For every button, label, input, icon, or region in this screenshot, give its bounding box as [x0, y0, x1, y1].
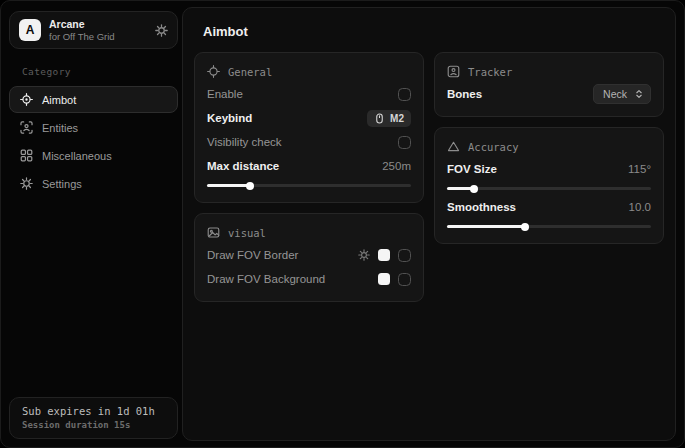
person-frame-icon — [447, 65, 460, 78]
fov-border-color-swatch[interactable] — [378, 249, 390, 261]
card-header-label: Accuracy — [468, 141, 519, 153]
card-grid: General Enable Keybind — [194, 52, 664, 302]
bones-label: Bones — [447, 88, 482, 100]
subscription-card: Sub expires in 1d 01h Session duration 1… — [9, 397, 178, 439]
grid-icon — [20, 149, 33, 162]
sidebar-item-miscellaneous[interactable]: Miscellaneous — [9, 142, 178, 169]
draw-fov-border-row: Draw FOV Border — [207, 244, 411, 266]
fov-size-row: FOV Size 115° — [447, 158, 651, 180]
max-distance-slider[interactable] — [207, 184, 411, 187]
session-duration: Session duration 15s — [22, 420, 165, 430]
page-title: Aimbot — [203, 24, 664, 39]
draw-fov-border-checkbox[interactable] — [398, 249, 411, 262]
sidebar-item-settings[interactable]: Settings — [9, 170, 178, 197]
sidebar-item-entities[interactable]: Entities — [9, 114, 178, 141]
left-column: General Enable Keybind — [194, 52, 424, 302]
sidebar-item-aimbot[interactable]: Aimbot — [9, 86, 178, 113]
draw-fov-background-checkbox[interactable] — [398, 273, 411, 286]
brand-subtitle: for Off The Grid — [49, 31, 115, 42]
brand-card: A Arcane for Off The Grid — [9, 11, 178, 49]
enable-checkbox[interactable] — [398, 88, 411, 101]
general-card: General Enable Keybind — [194, 52, 424, 203]
gear-icon[interactable] — [358, 249, 370, 261]
draw-fov-border-label: Draw FOV Border — [207, 249, 298, 261]
smoothness-slider[interactable] — [447, 225, 651, 228]
gear-icon — [20, 177, 33, 190]
keybind-value: M2 — [390, 113, 404, 124]
sidebar-item-label: Settings — [42, 178, 82, 190]
enable-label: Enable — [207, 88, 243, 100]
max-distance-value: 250m — [382, 160, 411, 172]
slider-fill — [207, 184, 250, 187]
sidebar: A Arcane for Off The Grid Category — [9, 11, 178, 439]
visibility-check-row: Visibility check — [207, 131, 411, 153]
bones-row: Bones Neck — [447, 83, 651, 105]
max-distance-label: Max distance — [207, 160, 279, 172]
app-logo: A — [19, 19, 41, 41]
slider-fill — [447, 187, 474, 190]
subscription-expiry: Sub expires in 1d 01h — [22, 405, 165, 417]
main-panel: Aimbot General — [182, 7, 676, 441]
logo-letter: A — [26, 23, 35, 37]
sidebar-nav: Aimbot Entities — [9, 86, 178, 197]
smoothness-label: Smoothness — [447, 201, 516, 213]
brand-title: Arcane — [49, 18, 115, 31]
accuracy-card-header: Accuracy — [447, 140, 651, 153]
mouse-icon — [374, 113, 385, 124]
sidebar-item-label: Aimbot — [42, 94, 76, 106]
draw-fov-background-controls — [378, 273, 411, 286]
triangle-icon — [447, 140, 460, 153]
keybind-label: Keybind — [207, 112, 252, 124]
category-label: Category — [22, 66, 174, 77]
tracker-card: Tracker Bones Neck — [434, 52, 664, 117]
max-distance-row: Max distance 250m — [207, 155, 411, 177]
scan-person-icon — [20, 121, 33, 134]
slider-thumb[interactable] — [521, 223, 529, 231]
slider-thumb[interactable] — [246, 182, 254, 190]
app-window: A Arcane for Off The Grid Category — [0, 0, 685, 448]
gear-icon[interactable] — [155, 24, 168, 37]
enable-row: Enable — [207, 83, 411, 105]
fov-size-slider[interactable] — [447, 187, 651, 190]
slider-fill — [447, 225, 525, 228]
draw-fov-background-label: Draw FOV Background — [207, 273, 325, 285]
visibility-check-label: Visibility check — [207, 136, 282, 148]
draw-fov-background-row: Draw FOV Background — [207, 268, 411, 290]
card-header-label: General — [228, 66, 272, 78]
crosshair-icon — [20, 93, 33, 106]
card-header-label: visual — [228, 227, 266, 239]
fov-background-color-swatch[interactable] — [378, 273, 390, 285]
right-column: Tracker Bones Neck — [434, 52, 664, 302]
accuracy-card: Accuracy FOV Size 115° Smoothness 10.0 — [434, 127, 664, 244]
keybind-row: Keybind M2 — [207, 107, 411, 129]
chevrons-up-down-icon — [634, 89, 644, 99]
fov-size-value: 115° — [628, 163, 651, 175]
smoothness-row: Smoothness 10.0 — [447, 196, 651, 218]
fov-size-label: FOV Size — [447, 163, 497, 175]
crosshair-icon — [207, 65, 220, 78]
visibility-check-checkbox[interactable] — [398, 136, 411, 149]
keybind-button[interactable]: M2 — [367, 110, 411, 127]
sidebar-item-label: Entities — [42, 122, 78, 134]
tracker-card-header: Tracker — [447, 65, 651, 78]
image-icon — [207, 226, 220, 239]
visual-card-header: visual — [207, 226, 411, 239]
visual-card: visual Draw FOV Border — [194, 213, 424, 302]
smoothness-value: 10.0 — [629, 201, 651, 213]
general-card-header: General — [207, 65, 411, 78]
sidebar-item-label: Miscellaneous — [42, 150, 112, 162]
draw-fov-border-controls — [358, 249, 411, 262]
bones-dropdown[interactable]: Neck — [593, 84, 651, 104]
card-header-label: Tracker — [468, 66, 512, 78]
slider-thumb[interactable] — [470, 185, 478, 193]
brand-text: Arcane for Off The Grid — [49, 18, 115, 42]
bones-value: Neck — [603, 88, 627, 100]
